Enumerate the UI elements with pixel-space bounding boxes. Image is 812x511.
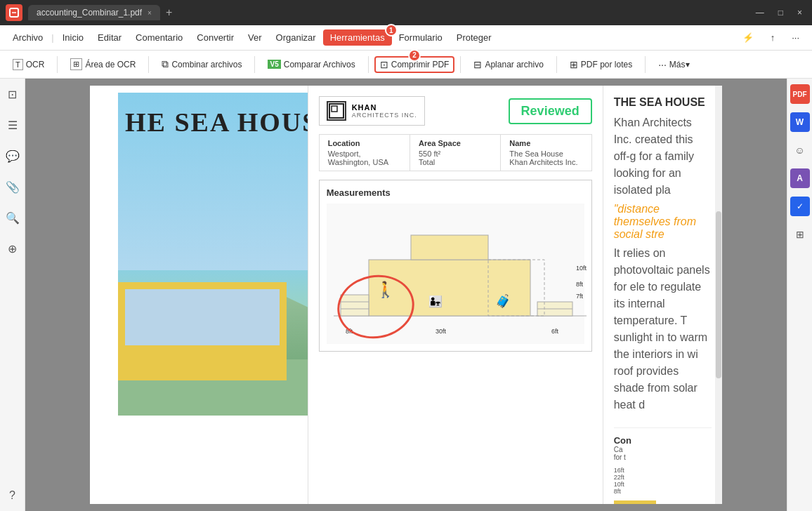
comprimir-icon: ⊡: [380, 59, 388, 70]
right-icon-check[interactable]: ✓: [790, 197, 810, 216]
right-icon-a[interactable]: A: [790, 168, 810, 188]
sidebar-comment-icon[interactable]: 💬: [3, 146, 22, 166]
con-sub2: for t: [614, 453, 712, 461]
svg-rect-3: [332, 106, 337, 112]
aplanar-btn[interactable]: ⊟ Aplanar archivo: [466, 56, 550, 73]
name-label: Name: [509, 139, 582, 147]
yellow-bar-partial: [614, 500, 656, 504]
menu-ver[interactable]: Ver: [241, 29, 269, 46]
sidebar-attach-icon[interactable]: 📎: [3, 177, 22, 197]
right-icon-settings[interactable]: ⊞: [790, 225, 810, 244]
minimize-btn[interactable]: —: [752, 8, 768, 18]
building-body: [118, 282, 287, 380]
toolbar: T OCR ⊞ Área de OCR ⧉ Combinar archivos …: [0, 51, 812, 79]
right-icon-w[interactable]: W: [790, 112, 810, 132]
logo-square: [327, 101, 346, 121]
menu-proteger[interactable]: Proteger: [450, 29, 499, 46]
sea-house-image: HE SEA HOUSE: [118, 93, 308, 416]
menu-herramientas[interactable]: Herramientas 1: [323, 29, 392, 46]
area-ocr-btn[interactable]: ⊞ Área de OCR: [63, 55, 143, 73]
name-cell: Name The Sea HouseKhan Architects Inc.: [501, 135, 591, 171]
sidebar-bookmark-icon[interactable]: ☰: [3, 115, 22, 135]
con-sub1: Ca: [614, 446, 712, 453]
comparar-btn[interactable]: V5 Comparar Archivos: [261, 57, 362, 72]
pdf-viewer: HE SEA HOUSE KHAN: [25, 79, 787, 511]
menu-lightning[interactable]: ⚡: [735, 29, 761, 46]
sidebar-help-icon[interactable]: ?: [3, 486, 22, 505]
menu-upload[interactable]: ↑: [764, 29, 782, 46]
sep1: [57, 56, 58, 73]
center-panel: KHAN ARCHITECTS INC. Reviewed Location W…: [308, 86, 603, 504]
menu-formulario[interactable]: Formulario: [392, 29, 450, 46]
logo-name: KHAN: [352, 103, 417, 112]
scroll-thumb[interactable]: [716, 211, 721, 378]
combinar-icon: ⧉: [162, 58, 169, 70]
tab-close-btn[interactable]: ×: [148, 9, 152, 17]
tab-filename: accounting_Combinar_1.pdf: [37, 8, 142, 18]
tab-add-btn[interactable]: +: [166, 6, 172, 19]
sidebar-layers-icon[interactable]: ⊕: [3, 239, 22, 258]
sidebar-search-icon[interactable]: 🔍: [3, 208, 22, 227]
comprimir-badge: 2: [408, 49, 421, 62]
menu-comentario[interactable]: Comentario: [129, 29, 190, 46]
pdf-content: HE SEA HOUSE KHAN: [90, 86, 722, 504]
sidebar-page-icon[interactable]: ⊡: [3, 84, 22, 104]
right-text-panel: THE SEA HOUSE Khan Architects Inc. creat…: [603, 86, 722, 504]
combinar-btn[interactable]: ⧉ Combinar archivos: [155, 55, 249, 73]
right-icon-pdf[interactable]: PDF: [790, 84, 810, 104]
sep7: [645, 56, 646, 73]
menu-more[interactable]: ···: [785, 29, 806, 46]
pdf-lotes-btn[interactable]: ⊞ PDF por lotes: [563, 56, 639, 73]
con-title: Con: [614, 435, 712, 446]
measurements-diagram: 🚶 👨‍👧 🧳 8ft 30ft 6ft 10ft 8ft 7ft: [327, 204, 584, 344]
pdf-lotes-icon: ⊞: [570, 59, 578, 70]
left-sidebar: ⊡ ☰ 💬 📎 🔍 ⊕ ?: [0, 79, 25, 511]
menu-organizar[interactable]: Organizar: [269, 29, 323, 46]
svg-text:10ft: 10ft: [576, 265, 587, 272]
aplanar-icon: ⊟: [473, 59, 482, 70]
sep3: [254, 56, 255, 73]
building-windows: [125, 289, 280, 345]
area-val: 550 ft²Total: [419, 150, 492, 166]
maximize-btn[interactable]: □: [774, 8, 787, 18]
logo-sub: ARCHITECTS INC.: [352, 112, 417, 119]
text-panel-highlight: "distance themselves from social stre: [614, 203, 712, 241]
name-val: The Sea HouseKhan Architects Inc.: [509, 150, 582, 166]
menu-convertir[interactable]: Convertir: [190, 29, 241, 46]
ocr-btn[interactable]: T OCR: [6, 56, 51, 73]
text-panel-body2: It relies on photovoltaic panels for ele…: [614, 245, 712, 413]
measurements-title: Measurements: [327, 187, 584, 198]
menu-inicio[interactable]: Inicio: [55, 29, 91, 46]
con-measurements: 16ft22ft10ft8ft: [614, 467, 712, 495]
menu-bar: Archivo | Inicio Editar Comentario Conve…: [0, 25, 812, 51]
app-logo: [6, 4, 22, 21]
comprimir-wrapper: ⊡ Comprimir PDF 2: [374, 56, 455, 73]
logo-text-block: KHAN ARCHITECTS INC.: [352, 103, 417, 119]
info-header: KHAN ARCHITECTS INC. Reviewed: [319, 96, 592, 126]
svg-text:6ft: 6ft: [551, 328, 559, 335]
vertical-scrollbar[interactable]: [715, 86, 722, 504]
menu-right: ⚡ ↑ ···: [735, 29, 806, 46]
location-label: Location: [328, 139, 401, 147]
pdf-page: HE SEA HOUSE KHAN: [90, 86, 722, 504]
mas-btn[interactable]: ··· Más▾: [651, 56, 696, 73]
con-section-partial: Con Ca for t 16ft22ft10ft8ft: [614, 427, 712, 504]
right-icon-face[interactable]: ☺: [790, 140, 810, 160]
area-cell: Area Space 550 ft²Total: [410, 135, 501, 171]
measurements-box: Measurements: [319, 180, 592, 352]
sea-house-title: HE SEA HOUSE: [125, 107, 308, 138]
herramientas-badge: 1: [385, 24, 398, 36]
ocr-icon: T: [13, 59, 23, 70]
tab-active[interactable]: accounting_Combinar_1.pdf ×: [28, 5, 160, 20]
pdf-left-panel: HE SEA HOUSE: [90, 86, 308, 504]
main-area: ⊡ ☰ 💬 📎 🔍 ⊕ ?: [0, 79, 812, 511]
svg-rect-6: [411, 235, 488, 260]
close-btn[interactable]: ×: [793, 8, 806, 18]
logo-box: KHAN ARCHITECTS INC.: [319, 96, 425, 126]
menu-editar[interactable]: Editar: [91, 29, 129, 46]
reviewed-badge: Reviewed: [509, 98, 592, 124]
menu-archivo[interactable]: Archivo: [6, 29, 50, 46]
mas-icon: ···: [658, 59, 667, 70]
svg-text:7ft: 7ft: [576, 293, 584, 300]
text-panel-title: THE SEA HOUSE: [614, 96, 712, 109]
